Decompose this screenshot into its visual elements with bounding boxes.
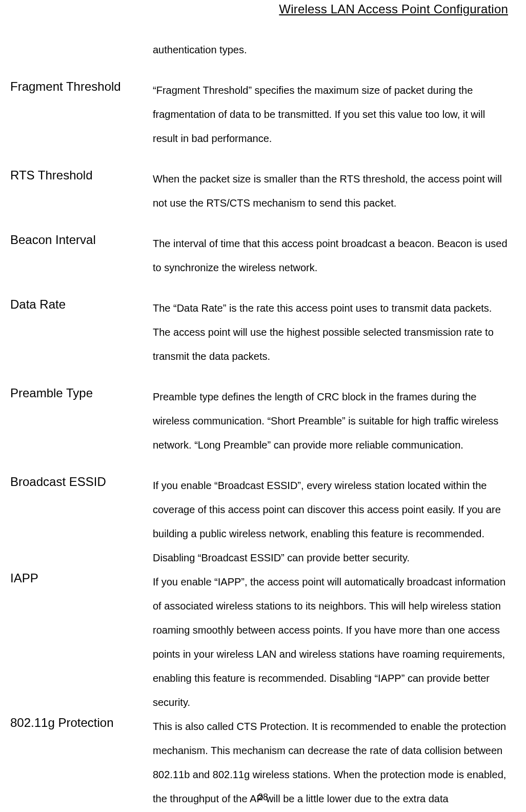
content-area: authentication types. Fragment Threshold… [10,38,508,812]
param-desc: The interval of time that this access po… [153,232,508,280]
top-fragment-text: authentication types. [153,38,508,62]
param-label: Preamble Type [10,385,153,401]
top-fragment-row: authentication types. [10,38,508,62]
param-row: Fragment Threshold “Fragment Threshold” … [10,78,508,151]
param-desc: When the packet size is smaller than the… [153,167,508,215]
param-desc: Preamble type defines the length of CRC … [153,385,508,457]
page-container: Wireless LAN Access Point Configuration … [0,0,526,812]
param-row: Beacon Interval The interval of time tha… [10,232,508,280]
page-number: 28 [0,792,526,803]
param-label: Beacon Interval [10,232,153,248]
param-desc: If you enable “IAPP”, the access point w… [153,570,508,715]
page-header: Wireless LAN Access Point Configuration [10,0,508,17]
param-row: IAPP If you enable “IAPP”, the access po… [10,570,508,715]
param-label: IAPP [10,570,153,586]
param-label: Data Rate [10,296,153,312]
param-label: Broadcast ESSID [10,474,153,490]
param-row: Data Rate The “Data Rate” is the rate th… [10,296,508,369]
param-label: RTS Threshold [10,167,153,183]
param-row: RTS Threshold When the packet size is sm… [10,167,508,215]
param-desc: The “Data Rate” is the rate this access … [153,296,508,369]
param-label: 802.11g Protection [10,715,153,730]
param-label: Fragment Threshold [10,78,153,94]
param-desc: “Fragment Threshold” specifies the maxim… [153,78,508,151]
param-row: Preamble Type Preamble type defines the … [10,385,508,457]
param-row: Broadcast ESSID If you enable “Broadcast… [10,474,508,570]
param-desc: If you enable “Broadcast ESSID”, every w… [153,474,508,570]
